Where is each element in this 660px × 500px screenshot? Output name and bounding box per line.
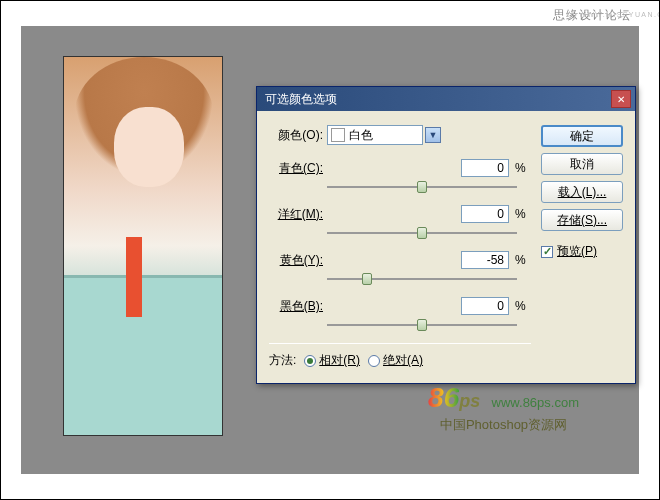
- magenta-input[interactable]: [461, 205, 509, 223]
- load-button[interactable]: 载入(L)...: [541, 181, 623, 203]
- cyan-label: 青色(C):: [269, 160, 327, 177]
- percent-label: %: [515, 253, 531, 267]
- magenta-slider[interactable]: [327, 225, 517, 241]
- separator: [269, 343, 531, 344]
- relative-label: 相对(R): [319, 352, 360, 369]
- radio-icon: [304, 355, 316, 367]
- color-dropdown[interactable]: 白色: [327, 125, 423, 145]
- cyan-slider[interactable]: [327, 179, 517, 195]
- watermark-bottom: 86ps www.86ps.com 中国Photoshop资源网: [428, 382, 579, 434]
- cyan-input[interactable]: [461, 159, 509, 177]
- yellow-label: 黄色(Y):: [269, 252, 327, 269]
- relative-radio[interactable]: 相对(R): [304, 352, 360, 369]
- yellow-input[interactable]: [461, 251, 509, 269]
- absolute-label: 绝对(A): [383, 352, 423, 369]
- color-swatch: [331, 128, 345, 142]
- watermark-top-url: WWW.MISSYUAN.COM: [579, 11, 660, 19]
- percent-label: %: [515, 161, 531, 175]
- magenta-label: 洋红(M):: [269, 206, 327, 223]
- dialog-titlebar[interactable]: 可选颜色选项 ✕: [257, 87, 635, 111]
- color-value: 白色: [349, 127, 419, 144]
- preview-checkbox[interactable]: ✓ 预览(P): [541, 243, 623, 260]
- selective-color-dialog: 可选颜色选项 ✕ 颜色(O): 白色 ▼ 青色(C): %: [256, 86, 636, 384]
- radio-icon: [368, 355, 380, 367]
- percent-label: %: [515, 207, 531, 221]
- check-icon: ✓: [541, 246, 553, 258]
- black-input[interactable]: [461, 297, 509, 315]
- black-slider[interactable]: [327, 317, 517, 333]
- cancel-button[interactable]: 取消: [541, 153, 623, 175]
- close-button[interactable]: ✕: [611, 90, 631, 108]
- black-label: 黑色(B):: [269, 298, 327, 315]
- method-label: 方法:: [269, 352, 296, 369]
- save-button[interactable]: 存储(S)...: [541, 209, 623, 231]
- preview-photo: [63, 56, 223, 436]
- percent-label: %: [515, 299, 531, 313]
- absolute-radio[interactable]: 绝对(A): [368, 352, 423, 369]
- watermark-url: www.86ps.com: [492, 395, 579, 410]
- watermark-subtitle: 中国Photoshop资源网: [428, 416, 579, 434]
- yellow-slider[interactable]: [327, 271, 517, 287]
- ok-button[interactable]: 确定: [541, 125, 623, 147]
- canvas-background: 可选颜色选项 ✕ 颜色(O): 白色 ▼ 青色(C): %: [21, 26, 639, 474]
- close-icon: ✕: [617, 94, 625, 105]
- dialog-title: 可选颜色选项: [265, 91, 611, 108]
- preview-label: 预览(P): [557, 243, 597, 260]
- color-label: 颜色(O):: [269, 127, 327, 144]
- chevron-down-icon[interactable]: ▼: [425, 127, 441, 143]
- watermark-logo-num: 86: [428, 382, 459, 414]
- watermark-logo-ps: ps: [459, 391, 480, 411]
